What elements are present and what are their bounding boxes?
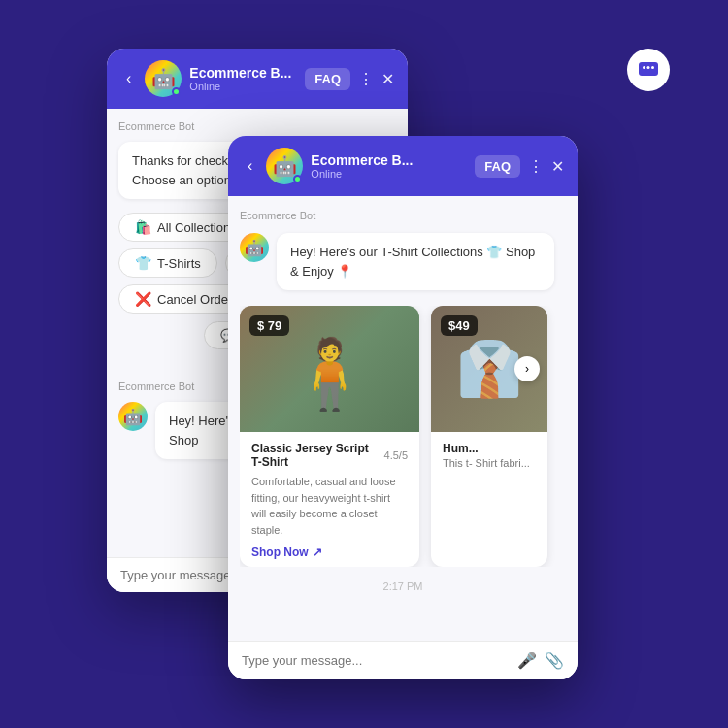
qr-collections-label: All Collections: [157, 220, 237, 235]
faq-button-front[interactable]: FAQ: [475, 155, 520, 178]
price-badge-2: $49: [441, 315, 478, 336]
faq-button-back[interactable]: FAQ: [305, 68, 350, 90]
header-info-back: Ecommerce B... Online: [189, 65, 297, 92]
bot-status-back: Online: [189, 81, 297, 92]
front-message-input[interactable]: [242, 653, 510, 668]
cancel-icon: ❌: [135, 291, 151, 307]
bot-label-front: Ecommerce Bot: [240, 210, 566, 221]
next-card-btn[interactable]: ›: [514, 356, 540, 381]
menu-icon-back[interactable]: ⋮: [358, 70, 374, 88]
product-title-row-1: Classic Jersey Script T-Shirt 4.5/5: [251, 442, 408, 469]
back-button-back[interactable]: ‹: [120, 68, 137, 89]
product-title-1: Classic Jersey Script T-Shirt: [251, 442, 379, 469]
bot-name-front: Ecommerce B...: [311, 152, 467, 168]
bot-name-back: Ecommerce B...: [189, 65, 297, 81]
shop-now-label-1: Shop Now: [251, 546, 309, 559]
mic-icon[interactable]: 🎤: [517, 651, 537, 670]
product-title-2: Hum...: [443, 442, 536, 455]
product-info-2: Hum... This t- Shirt fabri...: [431, 432, 547, 487]
product-desc-2: This t- Shirt fabri...: [443, 455, 536, 472]
bot-avatar-back2: 🤖: [118, 402, 148, 431]
online-indicator-back: [172, 87, 181, 96]
product-figure-2: 👔: [456, 338, 523, 401]
qr-tshirts-label: T-Shirts: [157, 256, 201, 271]
front-message-row: 🤖 Hey! Here's our T-Shirt Collections 👕 …: [240, 233, 566, 290]
qr-tshirts[interactable]: 👕 T-Shirts: [118, 248, 217, 278]
qr-cancel-label: Cancel Order: [157, 292, 232, 307]
svg-rect-2: [647, 66, 650, 69]
bot-avatar-front2: 🤖: [240, 233, 269, 262]
attach-icon[interactable]: 📎: [545, 651, 564, 670]
menu-icon-front[interactable]: ⋮: [528, 157, 544, 176]
front-chat-header: ‹ 🤖 Ecommerce B... Online FAQ ⋮ ✕: [228, 136, 578, 196]
bot-label-back: Ecommerce Bot: [118, 120, 396, 132]
product-image-2: 👔 $49 ›: [431, 306, 547, 432]
product-figure-1: 🧍: [287, 334, 372, 414]
front-chat-body: Ecommerce Bot 🤖 Hey! Here's our T-Shirt …: [228, 196, 578, 641]
collections-icon: 🛍️: [135, 219, 151, 235]
front-input-bar: 🎤 📎: [228, 641, 578, 679]
bot-avatar-front: 🤖: [266, 148, 303, 184]
header-info-front: Ecommerce B... Online: [311, 152, 467, 180]
product-card-2: 👔 $49 › Hum... This t- Shirt fabri...: [431, 306, 547, 567]
tshirts-icon: 👕: [135, 255, 151, 271]
close-icon-front[interactable]: ✕: [551, 157, 564, 176]
price-badge-1: $ 79: [249, 315, 289, 336]
front-message: Hey! Here's our T-Shirt Collections 👕 Sh…: [277, 233, 554, 290]
product-info-1: Classic Jersey Script T-Shirt 4.5/5 Comf…: [240, 432, 419, 567]
product-cards-area: 🧍 $ 79 Classic Jersey Script T-Shirt 4.5…: [240, 306, 566, 567]
product-desc-1: Comfortable, casual and loose fitting, o…: [251, 474, 408, 538]
bot-status-front: Online: [311, 168, 467, 180]
shop-now-btn-1[interactable]: Shop Now ↗: [251, 546, 408, 559]
timestamp-front: 2:17 PM: [240, 580, 566, 592]
svg-rect-1: [643, 66, 645, 69]
online-indicator-front: [293, 175, 302, 183]
product-image-1: 🧍 $ 79: [240, 306, 419, 432]
product-rating-1: 4.5/5: [384, 449, 408, 461]
svg-rect-3: [651, 66, 654, 69]
external-link-icon-1: ↗: [313, 546, 322, 559]
product-card-1: 🧍 $ 79 Classic Jersey Script T-Shirt 4.5…: [240, 306, 419, 567]
chat-window-front: ‹ 🤖 Ecommerce B... Online FAQ ⋮ ✕ Ecomme…: [228, 136, 578, 679]
bot-avatar-back: 🤖: [145, 60, 182, 97]
close-icon-back[interactable]: ✕: [381, 70, 394, 88]
back-button-front[interactable]: ‹: [242, 155, 258, 177]
header-actions-back: FAQ ⋮ ✕: [305, 68, 394, 90]
chat-logo: [627, 49, 670, 91]
header-actions-front: FAQ ⋮ ✕: [475, 155, 564, 178]
back-chat-header: ‹ 🤖 Ecommerce B... Online FAQ ⋮ ✕: [107, 49, 408, 109]
